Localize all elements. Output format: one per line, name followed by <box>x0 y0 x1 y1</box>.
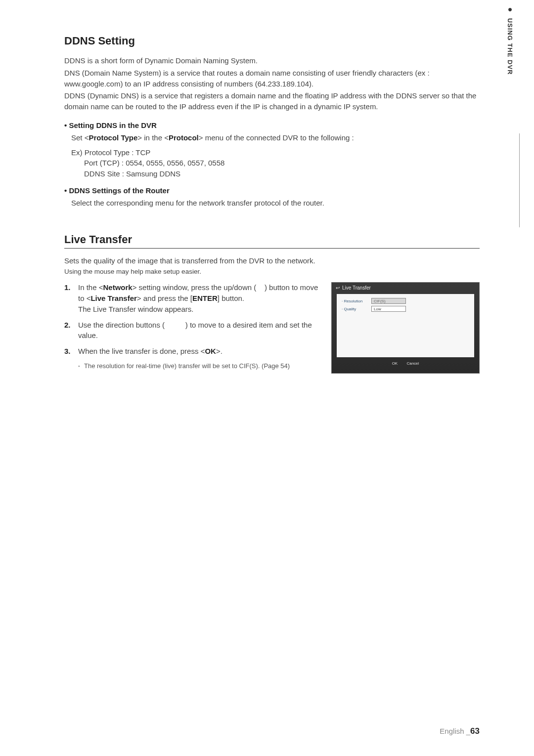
page-footer: English _63 <box>440 726 480 736</box>
step-2: Use the direction buttons ( ) to move to… <box>64 320 321 341</box>
ok-button: OK <box>392 361 398 366</box>
resolution-note: The resolution for real-time (live) tran… <box>64 362 321 371</box>
ddns-intro-3: DDNS (Dynamic DNS) is a service that reg… <box>64 90 480 112</box>
enter-bold: ENTER <box>192 294 218 302</box>
step-1: In the <Network> setting window, press t… <box>64 282 321 314</box>
ddns-intro-1: DDNS is a short form of Dynamic Domain N… <box>64 55 480 66</box>
mouse-hint: Using the mouse may help make setup easi… <box>64 268 480 275</box>
steps-column: In the <Network> setting window, press t… <box>64 282 321 374</box>
screenshot-footer: OK Cancel <box>332 361 479 366</box>
example-line-3: DDNS Site : Samsung DDNS <box>84 168 480 179</box>
text-fragment: When the live transfer is done, press < <box>78 347 205 355</box>
side-tab-text: USING THE DVR <box>506 18 514 75</box>
resolution-field: CIF(S) <box>371 298 406 304</box>
step-3: When the live transfer is done, press <O… <box>64 346 321 357</box>
screenshot-header: ↩ Live Transfer <box>332 283 479 293</box>
ddns-bullet-2-body: Select the corresponding menu for the ne… <box>71 198 480 209</box>
live-transfer-heading: Live Transfer <box>64 233 480 249</box>
text-fragment: >. <box>216 347 222 355</box>
ddns-bullet-2-heading: • DDNS Settings of the Router <box>64 186 480 195</box>
quality-field: Low <box>371 306 406 312</box>
live-transfer-screenshot: ↩ Live Transfer · Resolution CIF(S) · Qu… <box>331 282 480 374</box>
quality-label: · Quality <box>342 307 371 311</box>
resolution-label: · Resolution <box>342 299 371 303</box>
live-transfer-intro: Sets the quality of the image that is tr… <box>64 255 480 266</box>
ddns-heading: DDNS Setting <box>64 35 480 49</box>
page-number: 63 <box>470 726 480 736</box>
text-fragment: > menu of the connected DVR to the follo… <box>199 133 354 142</box>
text-fragment: Set < <box>71 133 89 142</box>
step-1-sub: The Live Transfer window appears. <box>78 304 321 315</box>
protocol-type-bold: Protocol Type <box>89 133 137 142</box>
text-fragment: > in the < <box>137 133 169 142</box>
screenshot-body: · Resolution CIF(S) · Quality Low <box>337 294 474 357</box>
side-tab-bullet: ● <box>505 5 514 14</box>
footer-lang: English _ <box>440 727 470 735</box>
ok-bold: OK <box>205 347 216 355</box>
live-transfer-bold: Live Transfer <box>90 294 136 302</box>
ddns-intro-2: DNS (Domain Name System) is a service th… <box>64 68 480 89</box>
side-tab-label: ● USING THE DVR <box>505 5 514 75</box>
ddns-bullet-1-body: Set <Protocol Type> in the <Protocol> me… <box>71 132 480 143</box>
cancel-button: Cancel <box>406 361 419 366</box>
text-fragment: In the < <box>78 283 103 292</box>
network-bold: Network <box>103 283 132 292</box>
ddns-example: Ex) Protocol Type : TCP Port (TCP) : 055… <box>71 147 480 179</box>
ddns-intro: DDNS is a short form of Dynamic Domain N… <box>64 55 480 112</box>
text-fragment: > and press the [ <box>137 294 192 302</box>
example-line-2: Port (TCP) : 0554, 0555, 0556, 0557, 055… <box>84 158 480 168</box>
ddns-bullet-1-heading: • Setting DDNS in the DVR <box>64 121 480 129</box>
text-fragment: ] button. <box>218 294 244 302</box>
screenshot-title: Live Transfer <box>342 285 371 291</box>
protocol-bold: Protocol <box>169 133 199 142</box>
return-icon: ↩ <box>336 285 340 291</box>
example-line-1: Ex) Protocol Type : TCP <box>71 147 480 158</box>
side-tab-marker <box>519 133 534 227</box>
